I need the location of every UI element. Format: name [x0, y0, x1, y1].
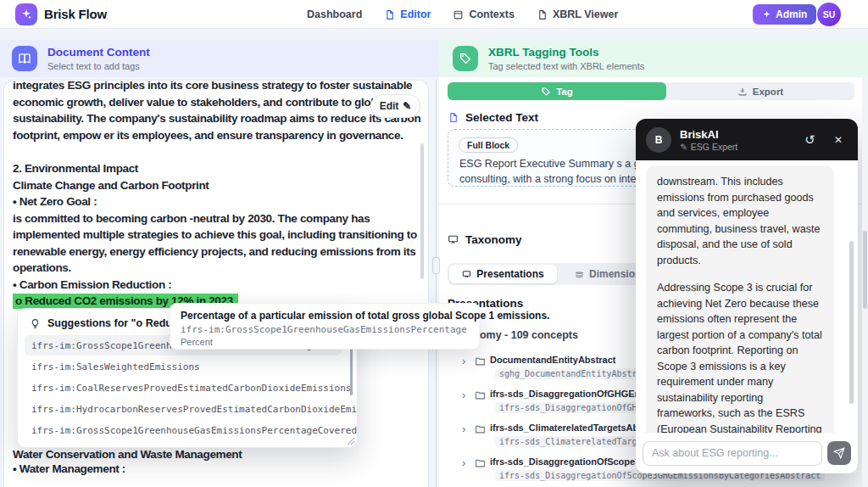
main-nav: Dashboard Editor Contexts XBRL Viewer [307, 0, 618, 29]
tab-export-label: Export [753, 87, 783, 97]
document-text-line: • Carbon Emission Reduction : [13, 277, 426, 294]
nav-contexts[interactable]: Contexts [453, 8, 514, 20]
chat-message-paragraph: Addressing Scope 3 is crucial for achiev… [657, 280, 823, 433]
tab-export[interactable]: Export [666, 82, 854, 100]
folder-icon [475, 389, 486, 400]
concept-name: DocumentandEntityAbstract [490, 355, 616, 365]
selected-text-title: Selected Text [465, 111, 538, 124]
concept-code: sghg_DocumentandEntityAbstract [495, 368, 657, 379]
file-icon [537, 9, 548, 20]
admin-button[interactable]: Admin [753, 4, 816, 25]
app-title: Brisk Flow [44, 7, 107, 21]
presentation-icon [462, 270, 471, 279]
suggestion-item[interactable]: ifrs-im:GrossScope1GreenhouseGasEmission… [25, 420, 342, 440]
admin-button-label: Admin [776, 8, 807, 20]
document-icon [384, 9, 395, 20]
suggestion-item[interactable]: ifrs-im:HydrocarbonReservesProvedEstimat… [25, 399, 342, 419]
tab-tag[interactable]: Tag [448, 82, 666, 100]
chat-header: B BriskAI ✎ ESG Expert ↺ ✕ [636, 119, 858, 160]
user-avatar[interactable]: SU [817, 3, 841, 26]
nav-dashboard-label: Dashboard [307, 8, 362, 20]
tab-presentations[interactable]: Presentations [449, 265, 557, 283]
document-panel-subtitle: Select text to add tags [47, 61, 140, 71]
chevron-right-icon[interactable]: › [462, 423, 465, 435]
selected-text-line: consulting, with a strong focus on integ… [459, 173, 657, 185]
selected-text-header: Selected Text [448, 111, 538, 124]
document-text-line: integrates ESG principles into its core … [13, 80, 426, 94]
chevron-right-icon[interactable]: › [462, 355, 465, 367]
tagging-panel-header: XBRL Tagging Tools Tag selected text wit… [439, 40, 868, 77]
folder-icon [475, 457, 486, 468]
nav-editor-label: Editor [400, 8, 431, 20]
briskai-chat-panel: B BriskAI ✎ ESG Expert ↺ ✕ downstream. T… [636, 119, 858, 473]
nav-contexts-label: Contexts [469, 8, 514, 20]
send-button[interactable] [827, 441, 851, 465]
suggestion-item[interactable]: ifrs-im:SalesWeightedEmissions [25, 356, 342, 377]
chat-title: BriskAI [680, 128, 791, 141]
tooltip-concept-name: ifrs-im:GrossScope1GreenhouseGasEmission… [181, 324, 469, 335]
tooltip-description: Percentage of a particular emission of t… [181, 310, 469, 322]
page-scrollbar-thumb[interactable] [863, 231, 867, 309]
suggestion-items: ifrs-im:GrossScope1GreenhouseGasEmission… [18, 335, 357, 440]
document-text-line: is committed to becoming carbon -neutral… [13, 210, 426, 227]
book-icon [12, 46, 37, 71]
chat-message-paragraph: downstream. This includes emissions from… [657, 174, 823, 268]
chat-message-area: downstream. This includes emissions from… [636, 160, 858, 433]
chat-avatar: B [646, 127, 671, 153]
pencil-icon: ✎ [403, 100, 411, 112]
tagging-panel-subtitle: Tag selected text with XBRL elements [488, 61, 644, 71]
chat-message-bubble: downstream. This includes emissions from… [646, 165, 834, 433]
document-panel-header: Document Content Select text to add tags [0, 40, 439, 77]
pen-icon: ✎ [680, 142, 687, 152]
full-block-badge: Full Block [459, 137, 518, 153]
mode-tab-bar: Tag Export [448, 82, 854, 100]
document-text-line: implemented multiple strategies to achie… [13, 227, 426, 244]
tag-icon [453, 46, 478, 71]
document-text-line: footprint, empow er its employees, and e… [13, 127, 426, 144]
history-icon[interactable]: ↺ [799, 132, 821, 148]
close-icon[interactable]: ✕ [829, 134, 848, 146]
lightbulb-icon [30, 318, 41, 329]
nav-xbrl-viewer[interactable]: XBRL Viewer [537, 8, 618, 20]
chat-subtitle: ✎ ESG Expert [680, 142, 791, 152]
edit-button-label: Edit [380, 100, 399, 112]
document-text-line: • Water Management : [13, 462, 125, 475]
chat-scrollbar[interactable] [849, 241, 854, 404]
resize-handle[interactable] [347, 437, 355, 445]
document-text: integrates ESG principles into its core … [13, 80, 426, 310]
suggestion-item[interactable]: ifrs-im:CoalReservesProvedEstimatedCarbo… [25, 378, 342, 398]
sparkle-icon [762, 10, 771, 20]
folder-icon [475, 355, 486, 367]
top-bar: Brisk Flow Dashboard Editor Contexts [0, 0, 868, 29]
folder-icon [475, 423, 486, 434]
selected-text-line: ESG Report Executive Summary s a global [459, 158, 662, 170]
sparkle-icon [20, 8, 32, 20]
document-text-line: Climate Change and Carbon Footprint [13, 177, 426, 194]
taxonomy-header: Taxonomy [448, 233, 522, 246]
chevron-right-icon[interactable]: › [462, 456, 465, 469]
panel-resize-handle[interactable] [432, 257, 440, 274]
chat-titles: BriskAI ✎ ESG Expert [680, 128, 791, 152]
chevron-right-icon[interactable]: › [462, 389, 465, 401]
app-logo [15, 3, 37, 25]
tab-tag-label: Tag [556, 87, 573, 97]
document-scrollbar[interactable] [420, 143, 424, 279]
document-text-line: 2. Environmental Impact [13, 160, 426, 177]
document-text-line: renewable energy, energy efficiency proj… [13, 244, 426, 260]
panel-divider [436, 80, 437, 487]
nav-dashboard[interactable]: Dashboard [307, 8, 362, 20]
chat-input[interactable] [643, 441, 822, 466]
document-text-line: Water Conservation and Waste Management [13, 448, 242, 461]
document-text-line: • Net Zero Goal : [13, 193, 426, 210]
edit-button[interactable]: Edit ✎ [370, 94, 420, 118]
layers-icon [575, 270, 584, 279]
box-icon [453, 9, 464, 20]
concept-tooltip: Percentage of a particular emission of t… [170, 303, 480, 350]
file-icon [448, 112, 459, 123]
document-panel-title: Document Content [47, 46, 150, 59]
export-icon [737, 87, 748, 97]
chat-subtitle-label: ESG Expert [691, 142, 737, 152]
nav-editor[interactable]: Editor [384, 8, 431, 20]
chat-input-bar [636, 433, 858, 473]
document-text-line: economic growth, deliver value to stakeh… [13, 94, 426, 111]
